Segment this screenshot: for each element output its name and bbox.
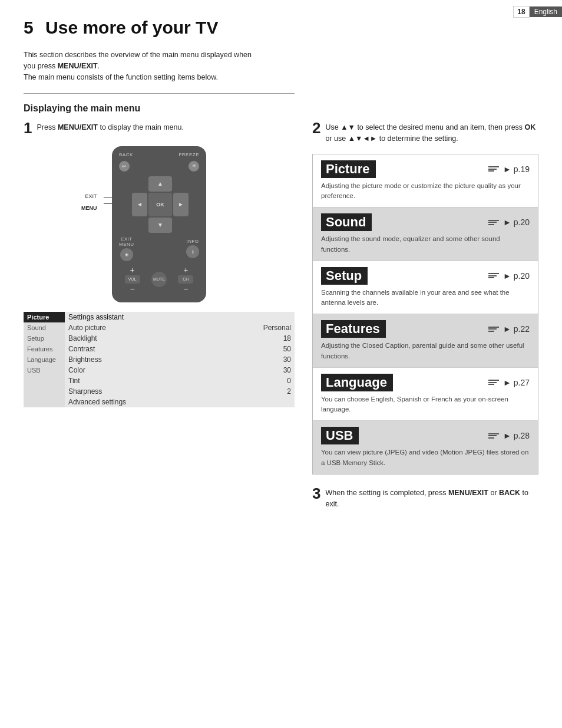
menu-cat-empty2: [24, 386, 65, 397]
left-column: 1 Press MENU/EXIT to display the main me…: [24, 120, 295, 407]
remote-right-btn[interactable]: ►: [173, 193, 189, 216]
menu-cat-sound: Sound: [24, 322, 65, 333]
card-title-language: Language: [321, 374, 393, 391]
card-desc-picture: Adjusting the picture mode or customize …: [321, 181, 530, 202]
menu-card-features: Features ► p.22 Adjusting the Closed Cap…: [313, 314, 538, 368]
menu-value-sharpness: 2: [214, 386, 295, 397]
step3-text: When the setting is completed, press MEN…: [325, 485, 538, 510]
menu-cat-picture: Picture: [24, 312, 65, 322]
exit-annotation-line: [104, 197, 112, 198]
menu-cat-language: Language: [24, 354, 65, 365]
step1-prefix: Press: [37, 123, 57, 131]
arrow-stripes-language: [488, 380, 499, 385]
remote-menu2-label: MENU: [119, 242, 134, 247]
menu-item-sharpness: Sharpness: [65, 386, 214, 397]
step1-row: 1 Press MENU/EXIT to display the main me…: [24, 120, 295, 137]
menu-item-advanced-settings: Advanced settings: [65, 397, 214, 407]
remote-back-btn[interactable]: ↩: [119, 161, 130, 172]
step2-arrows: ▲▼: [340, 123, 355, 131]
arrow-stripes-setup: [488, 273, 499, 278]
chapter-title: 5 Use more of your TV: [24, 18, 538, 38]
menu-card-setup: Setup ► p.20 Scanning the channels avail…: [313, 261, 538, 315]
menu-value-color: 30: [214, 365, 295, 375]
menu-card-usb: USB ► p.28 You can view picture (JPEG) a…: [313, 421, 538, 474]
page-language: English: [530, 6, 562, 17]
remote-ok-btn[interactable]: OK: [148, 193, 172, 216]
intro-line1: This section describes the overview of t…: [24, 51, 252, 59]
step2-number: 2: [312, 120, 320, 137]
chapter-number: 5: [24, 18, 34, 37]
remote-down-btn[interactable]: ▼: [148, 218, 172, 233]
menu-cat-usb: USB: [24, 365, 65, 375]
card-page-setup: ► p.20: [488, 271, 530, 281]
card-desc-setup: Scanning the channels available in your …: [321, 288, 530, 308]
menu-cat-features: Features: [24, 344, 65, 354]
card-title-usb: USB: [321, 427, 359, 444]
step3-number: 3: [312, 485, 320, 502]
intro-line2-suffix: .: [98, 62, 100, 70]
step1-menu-exit: MENU/EXIT: [58, 123, 98, 131]
menu-cards: Picture ► p.19 Adjusting the picture mod…: [312, 154, 538, 475]
page-badge: 18 English: [513, 6, 562, 18]
remote-up-btn[interactable]: ▲: [148, 176, 172, 192]
card-desc-language: You can choose English, Spanish or Frenc…: [321, 394, 530, 415]
step3-back: BACK: [499, 489, 520, 497]
menu-value-brightness: 30: [214, 354, 295, 365]
menu-value-contrast: 50: [214, 344, 295, 354]
remote-body: BACK FREEZE ↩ ❄: [112, 146, 206, 302]
remote-ch-label: CH: [178, 275, 193, 284]
card-desc-sound: Adjusting the sound mode, equalizer and …: [321, 234, 530, 255]
card-page-language: ► p.27: [488, 378, 530, 387]
right-column: 2 Use ▲▼ to select the desired menu and …: [312, 120, 538, 509]
card-title-picture: Picture: [321, 160, 376, 178]
card-title-sound: Sound: [321, 213, 372, 231]
remote-mute-btn[interactable]: MUTE: [151, 272, 167, 287]
remote-vol-control: + VOL −: [125, 266, 140, 293]
section-divider: [24, 93, 295, 94]
step3-menu-exit: MENU/EXIT: [448, 489, 488, 497]
arrow-stripes-usb: [488, 433, 499, 439]
step1-number: 1: [24, 120, 32, 137]
remote-info-btn[interactable]: ℹ: [186, 245, 199, 258]
arrow-stripes-features: [488, 327, 499, 332]
step1-text: Press MENU/EXIT to display the main menu…: [37, 120, 295, 133]
tv-menu-table: Picture Settings assistant Sound Auto pi…: [24, 312, 295, 407]
menu-annotation-line: [104, 203, 112, 204]
menu-card-sound: Sound ► p.20 Adjusting the sound mode, e…: [313, 207, 538, 261]
remote-left-btn[interactable]: ◄: [132, 193, 147, 216]
exit-annotation-label: EXIT: [81, 193, 97, 200]
card-page-usb: ► p.28: [488, 431, 530, 440]
menu-item-brightness: Brightness: [65, 354, 214, 365]
intro-line2-prefix: you press: [24, 62, 58, 70]
intro-line3: The main menu consists of the function s…: [24, 73, 218, 81]
card-desc-usb: You can view picture (JPEG) and video (M…: [321, 447, 530, 468]
menu-cat-empty: [24, 375, 65, 386]
section-heading: Displaying the main menu: [24, 103, 538, 114]
remote-dpad: ▲ ◄ OK ► ▼: [132, 176, 186, 233]
remote-ch-control: + CH −: [178, 266, 193, 293]
menu-value-backlight: 18: [214, 333, 295, 344]
menu-card-picture: Picture ► p.19 Adjusting the picture mod…: [313, 154, 538, 208]
card-title-features: Features: [321, 320, 386, 338]
step2-nav: ▲▼◄►: [348, 134, 378, 143]
step3-row: 3 When the setting is completed, press M…: [312, 485, 538, 510]
intro-menu-exit: MENU/EXIT: [58, 62, 98, 70]
remote-freeze-label: FREEZE: [178, 152, 199, 157]
remote-back-label: BACK: [119, 152, 133, 157]
menu-item-auto-picture: Auto picture: [65, 322, 214, 333]
menu-value-tint: 0: [214, 375, 295, 386]
step1-suffix: to display the main menu.: [98, 123, 184, 131]
card-title-setup: Setup: [321, 267, 368, 285]
menu-item-backlight: Backlight: [65, 333, 214, 344]
menu-card-language: Language ► p.27 You can choose English, …: [313, 368, 538, 421]
remote-menu-btn[interactable]: ◉: [120, 248, 133, 261]
step2-row: 2 Use ▲▼ to select the desired menu and …: [312, 120, 538, 144]
remote-freeze-btn[interactable]: ❄: [189, 161, 199, 172]
menu-cat-setup: Setup: [24, 333, 65, 344]
menu-value-auto-picture: Personal: [214, 322, 295, 333]
step2-ok: OK: [525, 123, 536, 131]
arrow-stripes-sound: [488, 220, 499, 225]
remote-exit2-label: EXIT: [121, 236, 133, 242]
step2-text: Use ▲▼ to select the desired menu and an…: [325, 120, 538, 144]
menu-item-settings-assistant: Settings assistant: [65, 312, 214, 322]
